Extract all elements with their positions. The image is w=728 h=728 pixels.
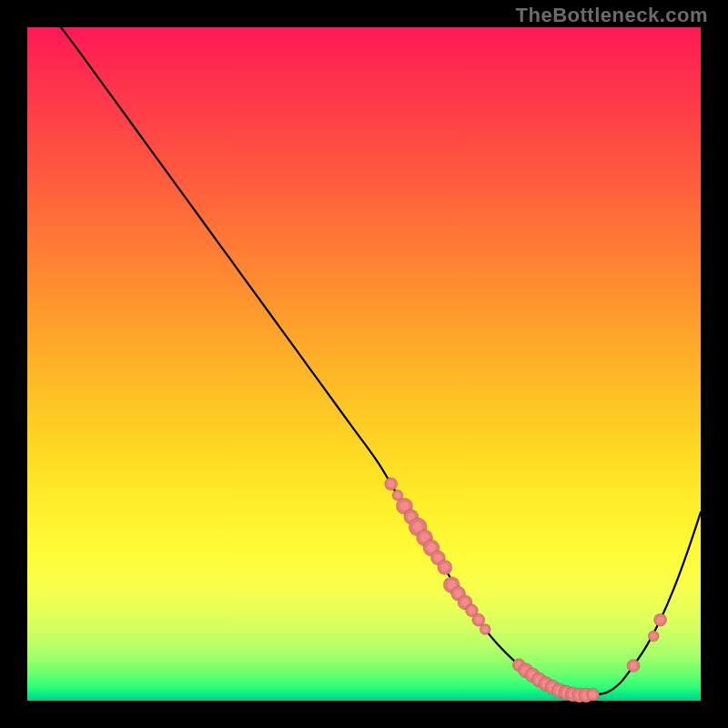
data-point-inner (427, 543, 436, 552)
highlight-points (385, 478, 667, 703)
chart-root: TheBottleneck.com (0, 0, 728, 728)
data-point-inner (630, 662, 637, 670)
data-point-inner (590, 691, 597, 698)
bottleneck-curve (61, 27, 701, 695)
data-point-inner (440, 563, 449, 571)
data-point-inner (434, 554, 442, 562)
data-point-inner (399, 501, 409, 511)
data-point-inner (469, 607, 476, 614)
data-point-inner (651, 633, 657, 640)
data-point-inner (388, 480, 395, 488)
data-point-inner (395, 492, 401, 499)
plot-area (27, 27, 701, 701)
watermark-text: TheBottleneck.com (516, 4, 708, 27)
curve-overlay (27, 27, 701, 701)
data-point-inner (657, 616, 664, 623)
data-point-inner (475, 616, 482, 623)
data-point-inner (482, 626, 489, 632)
